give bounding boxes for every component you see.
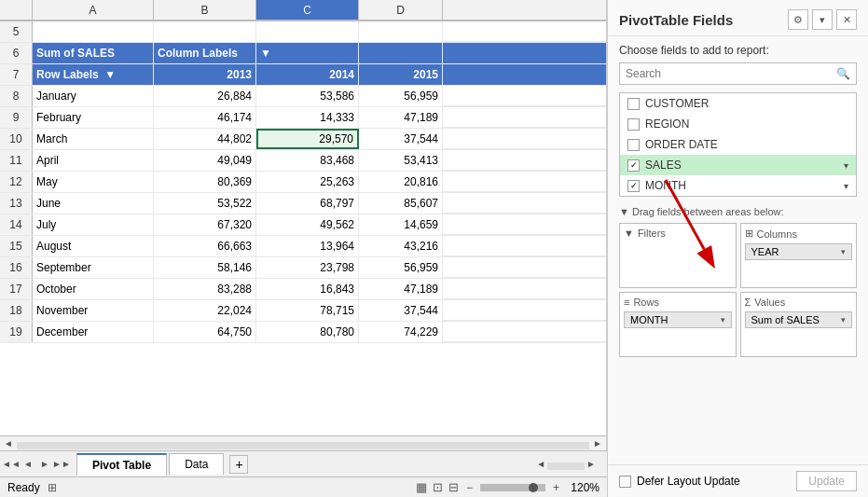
field-month-arrow[interactable]: ▾ (844, 181, 848, 191)
scroll-left-btn[interactable]: ◄ (4, 438, 13, 449)
tab-pivot-table[interactable]: Pivot Table (76, 453, 167, 476)
field-item-month[interactable]: ✓ MONTH ▾ (620, 175, 856, 196)
year-chip[interactable]: YEAR ▾ (745, 243, 853, 260)
add-sheet-button[interactable]: + (229, 455, 248, 474)
cell-c11[interactable]: 83,468 (256, 150, 359, 171)
cell-d16[interactable]: 56,959 (359, 257, 443, 278)
cell-d6[interactable] (359, 43, 443, 63)
cell-year-2013[interactable]: 2013 (154, 64, 256, 85)
cell-d19[interactable]: 74,229 (359, 322, 443, 342)
zoom-plus[interactable]: + (553, 481, 559, 494)
cell-d10[interactable]: 37,544 (359, 129, 443, 149)
cell-d11[interactable]: 53,413 (359, 150, 443, 171)
cell-d8[interactable]: 56,959 (359, 86, 443, 106)
cell-b14[interactable]: 67,320 (154, 214, 256, 235)
cell-year-2014[interactable]: 2014 (256, 64, 359, 85)
cell-c16[interactable]: 23,798 (256, 257, 359, 278)
cell-row-labels[interactable]: Row Labels ▼ (33, 64, 154, 85)
cell-c10[interactable]: 29,570 (256, 129, 359, 149)
cell-c8[interactable]: 53,586 (256, 86, 359, 106)
cell-c9[interactable]: 14,333 (256, 107, 359, 128)
page-break-icon[interactable]: ⊟ (448, 480, 459, 494)
field-checkbox-order-date[interactable] (627, 139, 640, 151)
year-chip-dropdown[interactable]: ▾ (841, 247, 846, 256)
cell-b18[interactable]: 22,024 (154, 300, 256, 321)
cell-year-2015[interactable]: 2015 (359, 64, 443, 85)
cell-c15[interactable]: 13,964 (256, 236, 359, 256)
scroll-right-btn[interactable]: ► (593, 438, 602, 449)
cell-a11[interactable]: April (33, 150, 154, 171)
cell-c12[interactable]: 25,263 (256, 172, 359, 192)
zoom-slider-thumb[interactable] (529, 483, 538, 492)
cell-d17[interactable]: 47,189 (359, 279, 443, 299)
cell-b10[interactable]: 44,802 (154, 129, 256, 149)
field-checkbox-region[interactable] (627, 118, 640, 131)
sum-sales-chip[interactable]: Sum of SALES ▾ (745, 311, 853, 328)
scroll-track[interactable] (17, 442, 589, 449)
cell-c13[interactable]: 68,797 (256, 193, 359, 214)
cell-d13[interactable]: 85,607 (359, 193, 443, 214)
col-header-a[interactable]: A (33, 0, 154, 21)
cell-b12[interactable]: 80,369 (154, 172, 256, 192)
col-header-d[interactable]: D (359, 0, 443, 21)
tab-data[interactable]: Data (169, 453, 224, 475)
tab-scroll-prev[interactable]: ◄ (21, 457, 35, 472)
tab-scroll-next[interactable]: ► (37, 457, 52, 472)
cell-a8[interactable]: January (33, 86, 154, 106)
cell-a14[interactable]: July (33, 214, 154, 235)
cell-c18[interactable]: 78,715 (256, 300, 359, 321)
field-item-region[interactable]: REGION (620, 114, 856, 134)
cell-a9[interactable]: February (33, 107, 154, 128)
cell-b15[interactable]: 66,663 (154, 236, 256, 256)
field-item-sales[interactable]: ✓ SALES ▾ (620, 155, 856, 175)
cell-column-labels[interactable]: Column Labels (154, 43, 256, 63)
cell-b8[interactable]: 26,884 (154, 86, 256, 106)
cell-d15[interactable]: 43,216 (359, 236, 443, 256)
cell-sum-of-sales[interactable]: Sum of SALES (33, 43, 154, 63)
cell-a5[interactable] (33, 21, 154, 42)
defer-checkbox[interactable] (619, 476, 631, 488)
cell-b9[interactable]: 46,174 (154, 107, 256, 128)
cell-d12[interactable]: 20,816 (359, 172, 443, 192)
search-box[interactable]: 🔍 (619, 62, 857, 85)
cell-a13[interactable]: June (33, 193, 154, 214)
col-header-c[interactable]: C (256, 0, 359, 21)
pivot-settings-button[interactable]: ⚙ (788, 9, 808, 30)
cell-a18[interactable]: November (33, 300, 154, 321)
cell-c19[interactable]: 80,780 (256, 322, 359, 342)
cell-b16[interactable]: 58,146 (154, 257, 256, 278)
cell-d9[interactable]: 47,189 (359, 107, 443, 128)
pivot-dropdown-button[interactable]: ▾ (812, 9, 833, 30)
zoom-minus[interactable]: − (466, 481, 473, 494)
cell-b11[interactable]: 49,049 (154, 150, 256, 171)
cell-b19[interactable]: 64,750 (154, 322, 256, 342)
month-chip-dropdown[interactable]: ▾ (721, 315, 725, 324)
page-layout-icon[interactable]: ⊡ (433, 480, 443, 494)
field-sales-arrow[interactable]: ▾ (844, 160, 848, 171)
normal-view-icon[interactable]: ▦ (416, 480, 427, 494)
pivot-close-button[interactable]: ✕ (836, 9, 857, 30)
cell-a16[interactable]: September (33, 257, 154, 278)
search-input[interactable] (626, 67, 836, 80)
cell-c5[interactable] (256, 21, 359, 42)
cell-c17[interactable]: 16,843 (256, 279, 359, 299)
cell-d18[interactable]: 37,544 (359, 300, 443, 321)
cell-b13[interactable]: 53,522 (154, 193, 256, 214)
cell-a17[interactable]: October (33, 279, 154, 299)
zoom-slider[interactable] (480, 484, 545, 491)
field-checkbox-month[interactable]: ✓ (627, 180, 640, 192)
update-button[interactable]: Update (796, 471, 857, 491)
field-checkbox-sales[interactable]: ✓ (627, 159, 640, 172)
month-chip[interactable]: MONTH ▾ (624, 311, 732, 328)
tab-scroll-left[interactable]: ◄◄ (4, 457, 19, 472)
defer-checkbox-label[interactable]: Defer Layout Update (619, 475, 740, 488)
field-item-customer[interactable]: CUSTOMER (620, 93, 856, 114)
field-item-order-date[interactable]: ORDER DATE (620, 134, 856, 155)
sum-sales-chip-dropdown[interactable]: ▾ (841, 315, 846, 324)
cell-b5[interactable] (154, 21, 256, 42)
horizontal-scrollbar[interactable]: ◄ ► (0, 435, 606, 450)
cell-a15[interactable]: August (33, 236, 154, 256)
sheet-scroll-left[interactable]: ◄ (536, 459, 545, 470)
col-header-b[interactable]: B (154, 0, 256, 21)
cell-a12[interactable]: May (33, 172, 154, 192)
